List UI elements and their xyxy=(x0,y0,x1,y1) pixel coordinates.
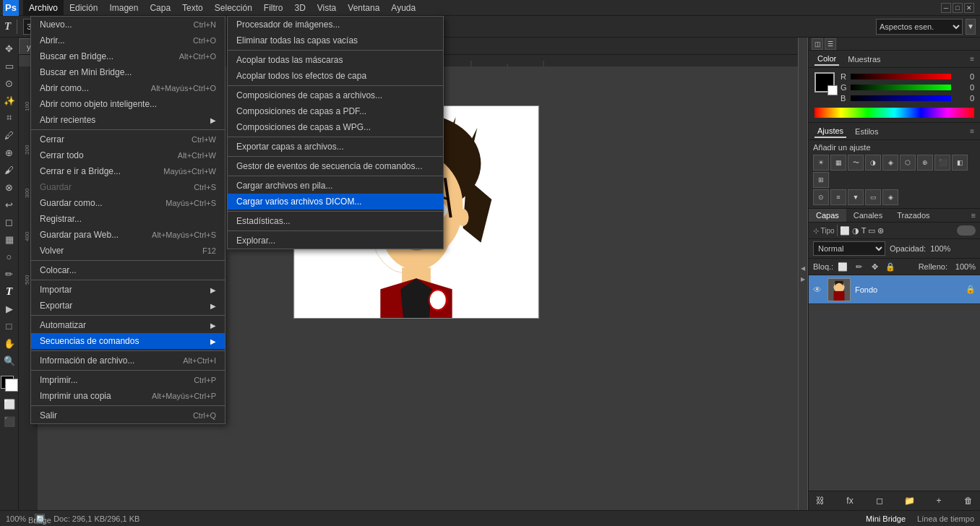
color-panel-menu[interactable]: ≡ xyxy=(970,55,974,63)
menu-imprimir[interactable]: Imprimir... Ctrl+P xyxy=(31,372,225,388)
maximize-button[interactable]: □ xyxy=(953,3,963,13)
filter-text-btn[interactable]: T xyxy=(861,226,867,235)
vibrance-adj[interactable]: ◈ xyxy=(882,155,898,171)
photofilter-adj[interactable]: ◧ xyxy=(952,155,968,171)
color-tab[interactable]: Color xyxy=(814,53,839,66)
crop-tool[interactable]: ⌗ xyxy=(1,110,17,126)
eraser-tool[interactable]: ◻ xyxy=(1,214,17,230)
screen-mode-button[interactable]: ⬛ xyxy=(1,413,17,429)
background-color[interactable] xyxy=(5,379,18,392)
canales-tab[interactable]: Canales xyxy=(846,209,890,222)
lasso-tool[interactable]: ⊙ xyxy=(1,75,17,91)
zoom-tool[interactable]: 🔍 xyxy=(1,353,17,368)
menu-abrir-objeto[interactable]: Abrir como objeto inteligente... xyxy=(31,96,225,112)
linea-tiempo-tab[interactable]: Línea de tiempo xyxy=(917,514,974,523)
brightness-adj[interactable]: ☀ xyxy=(813,155,829,171)
channelmix-adj[interactable]: ⊞ xyxy=(813,172,829,188)
ajustes-tab[interactable]: Ajustes xyxy=(814,125,846,138)
menu-cargar-dicom[interactable]: Cargar varios archivos DICOM... xyxy=(228,194,443,210)
menu-buscar-bridge[interactable]: Buscar en Bridge... Alt+Ctrl+O xyxy=(31,48,225,64)
hsl-adj[interactable]: ⬡ xyxy=(900,155,916,171)
menu-3d[interactable]: 3D xyxy=(288,0,311,16)
menu-cargar-archivos-pila[interactable]: Cargar archivos en pila... xyxy=(228,178,443,194)
menu-procesador-imagenes[interactable]: Procesador de imágenes... xyxy=(228,17,443,33)
threshold-adj[interactable]: ▼ xyxy=(848,189,864,205)
path-selection-tool[interactable]: ▶ xyxy=(1,301,17,316)
panel-collapse-tab[interactable]: ◀ ▶ xyxy=(798,38,808,510)
marquee-tool[interactable]: ▭ xyxy=(1,58,17,74)
menu-guardar-como[interactable]: Guardar como... Mayús+Ctrl+S xyxy=(31,195,225,211)
menu-exportar[interactable]: Exportar ▶ xyxy=(31,298,225,314)
lock-paint-btn[interactable]: ✏ xyxy=(852,260,865,273)
brush-tool[interactable]: 🖌 xyxy=(1,162,17,178)
levels-adj[interactable]: ▦ xyxy=(830,155,846,171)
eyedropper-tool[interactable]: 🖊 xyxy=(1,127,17,143)
menu-salir[interactable]: Salir Ctrl+Q xyxy=(31,408,225,423)
filter-adj-btn[interactable]: ◑ xyxy=(852,226,859,236)
minimize-button[interactable]: ─ xyxy=(941,3,951,13)
menu-archivo[interactable]: Archivo xyxy=(23,0,64,16)
menu-explorar[interactable]: Explorar... xyxy=(228,233,443,249)
new-layer-btn[interactable]: + xyxy=(932,493,946,508)
link-layers-btn[interactable]: ⛓ xyxy=(813,493,828,508)
add-mask-btn[interactable]: ◻ xyxy=(872,493,887,508)
workspace-dropdown-icon[interactable]: ▼ xyxy=(966,19,976,35)
menu-importar[interactable]: Importar ▶ xyxy=(31,282,225,298)
filter-pixel-btn[interactable]: ⬜ xyxy=(840,226,850,236)
menu-comp-pdf[interactable]: Composiciones de capas a PDF... xyxy=(228,103,443,119)
menu-ayuda[interactable]: Ayuda xyxy=(385,0,421,16)
menu-abrir-como[interactable]: Abrir como... Alt+Mayús+Ctrl+O xyxy=(31,80,225,96)
gradient-adj[interactable]: ▭ xyxy=(865,189,881,205)
workspace-select[interactable]: Aspectos esen. xyxy=(876,19,963,35)
dodge-tool[interactable]: ○ xyxy=(1,249,17,264)
bg-color-box[interactable] xyxy=(828,85,838,95)
g-slider[interactable] xyxy=(851,85,951,90)
menu-ventana[interactable]: Ventana xyxy=(342,0,385,16)
close-button[interactable]: ✕ xyxy=(964,3,974,13)
menu-capa[interactable]: Capa xyxy=(144,0,176,16)
color-swatch-main[interactable] xyxy=(814,72,835,92)
invert-adj[interactable]: ⊙ xyxy=(813,189,829,205)
menu-vista[interactable]: Vista xyxy=(311,0,342,16)
quick-mask-toggle[interactable]: ⬜ xyxy=(1,396,17,412)
filter-toggle[interactable] xyxy=(957,225,976,236)
menu-edicion[interactable]: Edición xyxy=(64,0,103,16)
menu-acoplar-efectos[interactable]: Acoplar todos los efectos de capa xyxy=(228,68,443,84)
menu-registrar[interactable]: Registrar... xyxy=(31,211,225,227)
hand-tool[interactable]: ✋ xyxy=(1,335,17,351)
menu-automatizar[interactable]: Automatizar ▶ xyxy=(31,317,225,333)
menu-abrir-recientes[interactable]: Abrir recientes ▶ xyxy=(31,112,225,128)
menu-imagen[interactable]: Imagen xyxy=(103,0,144,16)
b-slider[interactable] xyxy=(851,95,951,101)
selective-adj[interactable]: ◈ xyxy=(882,189,898,205)
menu-estadisticas[interactable]: Estadísticas... xyxy=(228,213,443,229)
delete-layer-btn[interactable]: 🗑 xyxy=(961,493,976,508)
menu-secuencias[interactable]: Secuencias de comandos ▶ xyxy=(31,333,225,349)
add-style-btn[interactable]: fx xyxy=(843,493,857,508)
menu-volver[interactable]: Volver F12 xyxy=(31,243,225,259)
r-slider[interactable] xyxy=(851,74,951,79)
muestras-tab[interactable]: Muestras xyxy=(845,53,883,65)
menu-info-archivo[interactable]: Información de archivo... Alt+Ctrl+I xyxy=(31,353,225,368)
stamp-tool[interactable]: ⊗ xyxy=(1,179,17,195)
move-tool[interactable]: ✥ xyxy=(1,40,17,56)
menu-texto[interactable]: Texto xyxy=(176,0,209,16)
filter-smart-btn[interactable]: ⊛ xyxy=(877,226,884,236)
fg-color-box[interactable] xyxy=(814,72,835,92)
menu-colocar[interactable]: Colocar... xyxy=(31,262,225,278)
text-tool[interactable]: T xyxy=(1,283,17,299)
new-group-btn[interactable]: 📁 xyxy=(902,493,916,508)
estilos-tab[interactable]: Estilos xyxy=(852,126,881,137)
shape-tool[interactable]: □ xyxy=(1,318,17,334)
panel-btn-1[interactable]: ◫ xyxy=(812,38,823,50)
menu-gestor-eventos[interactable]: Gestor de eventos de secuencia de comand… xyxy=(228,158,443,174)
menu-eliminar-capas-vacias[interactable]: Eliminar todas las capas vacías xyxy=(228,33,443,48)
menu-imprimir-copia[interactable]: Imprimir una copia Alt+Mayús+Ctrl+P xyxy=(31,388,225,404)
filter-shape-btn[interactable]: ▭ xyxy=(868,226,875,236)
layers-panel-menu[interactable]: ≡ xyxy=(967,209,980,222)
menu-comp-wpg[interactable]: Composiciones de capas a WPG... xyxy=(228,119,443,135)
magic-wand-tool[interactable]: ✨ xyxy=(1,92,17,108)
menu-cerrar-bridge[interactable]: Cerrar e ir a Bridge... Mayús+Ctrl+W xyxy=(31,163,225,179)
layer-visibility-icon[interactable]: 👁 xyxy=(813,285,823,295)
menu-nuevo[interactable]: Nuevo... Ctrl+N xyxy=(31,17,225,33)
